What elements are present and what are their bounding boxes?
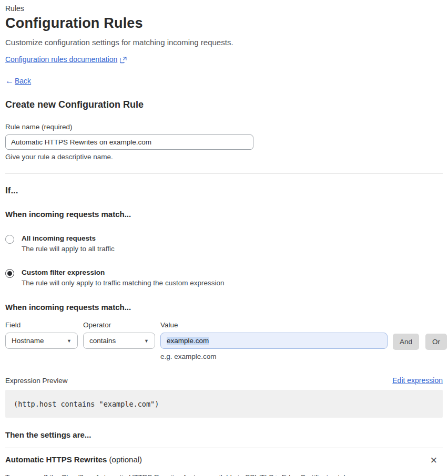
then-settings-heading: Then the settings are... bbox=[5, 430, 443, 439]
expression-builder-heading: When incoming requests match... bbox=[5, 303, 443, 312]
create-rule-heading: Create new Configuration Rule bbox=[5, 99, 443, 110]
radio-button-unchecked[interactable] bbox=[5, 235, 14, 244]
setting-name: Automatic HTTPS Rewrites bbox=[5, 455, 107, 464]
page-subtitle: Customize configuration settings for mat… bbox=[5, 38, 443, 47]
operator-label: Operator bbox=[83, 321, 155, 329]
setting-optional-tag: (optional) bbox=[107, 455, 142, 464]
field-select[interactable]: Hostname ▼ bbox=[5, 333, 78, 349]
documentation-link[interactable]: Configuration rules documentation bbox=[5, 55, 117, 64]
operator-select-value: contains bbox=[89, 337, 116, 345]
when-match-heading: When incoming requests match... bbox=[5, 210, 443, 219]
operator-select[interactable]: contains ▼ bbox=[83, 333, 155, 349]
field-select-value: Hostname bbox=[12, 337, 44, 345]
field-label: Field bbox=[5, 321, 78, 329]
breadcrumb: Rules bbox=[5, 4, 443, 13]
expression-preview-label: Expression Preview bbox=[5, 377, 68, 385]
radio-label: Custom filter expression bbox=[22, 268, 224, 276]
expression-preview-code: (http.host contains "example.com") bbox=[5, 390, 443, 418]
rule-name-help: Give your rule a descriptive name. bbox=[5, 153, 443, 161]
radio-option-custom-filter[interactable]: Custom filter expression The rule will o… bbox=[5, 268, 443, 287]
chevron-down-icon: ▼ bbox=[144, 338, 149, 344]
radio-description: The rule will only apply to traffic matc… bbox=[22, 279, 224, 287]
radio-button-checked[interactable] bbox=[5, 269, 14, 278]
and-button[interactable]: And bbox=[393, 334, 419, 350]
value-input-text: example.com bbox=[167, 337, 209, 345]
back-arrow-icon: ← bbox=[5, 76, 14, 86]
configuration-rules-page: Rules Configuration Rules Customize conf… bbox=[5, 4, 443, 476]
close-icon[interactable]: ✕ bbox=[428, 455, 440, 466]
section-divider bbox=[5, 173, 443, 174]
external-link-icon bbox=[120, 56, 127, 63]
if-heading: If... bbox=[5, 185, 443, 196]
setting-card-automatic-https-rewrites: Automatic HTTPS Rewrites (optional) ✕ Tu… bbox=[5, 448, 443, 476]
value-help: e.g. example.com bbox=[160, 353, 388, 360]
radio-label: All incoming requests bbox=[22, 234, 115, 242]
chevron-down-icon: ▼ bbox=[67, 338, 72, 344]
radio-description: The rule will apply to all traffic bbox=[22, 245, 115, 253]
setting-description: Turn on or off the Cloudflare Automatic … bbox=[5, 473, 443, 476]
back-link[interactable]: Back bbox=[15, 77, 31, 85]
rule-name-label: Rule name (required) bbox=[5, 123, 443, 131]
value-label: Value bbox=[160, 321, 388, 329]
rule-name-input[interactable] bbox=[5, 134, 253, 150]
value-input[interactable]: example.com bbox=[160, 333, 388, 349]
radio-option-all-requests[interactable]: All incoming requests The rule will appl… bbox=[5, 234, 443, 253]
edit-expression-link[interactable]: Edit expression bbox=[392, 376, 443, 385]
page-title: Configuration Rules bbox=[5, 15, 443, 32]
or-button[interactable]: Or bbox=[425, 334, 447, 350]
